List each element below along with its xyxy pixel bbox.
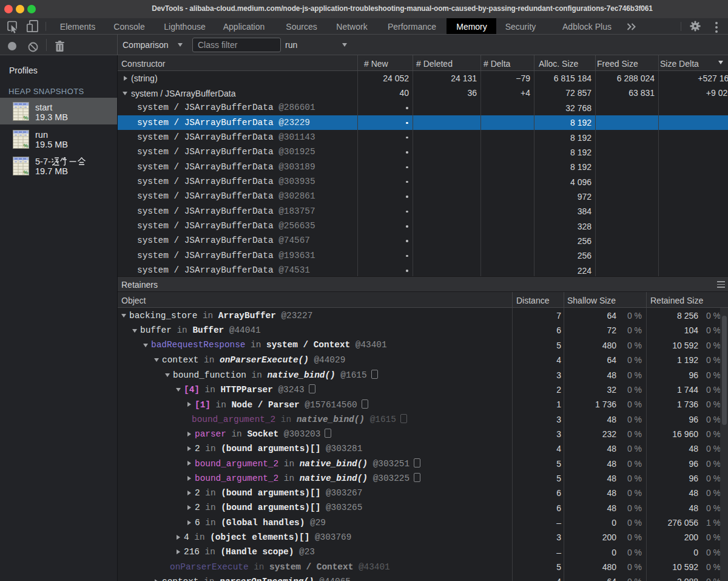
svg-text:%: % — [24, 115, 29, 121]
svg-text:%: % — [24, 169, 29, 175]
svg-text:%: % — [24, 143, 29, 149]
